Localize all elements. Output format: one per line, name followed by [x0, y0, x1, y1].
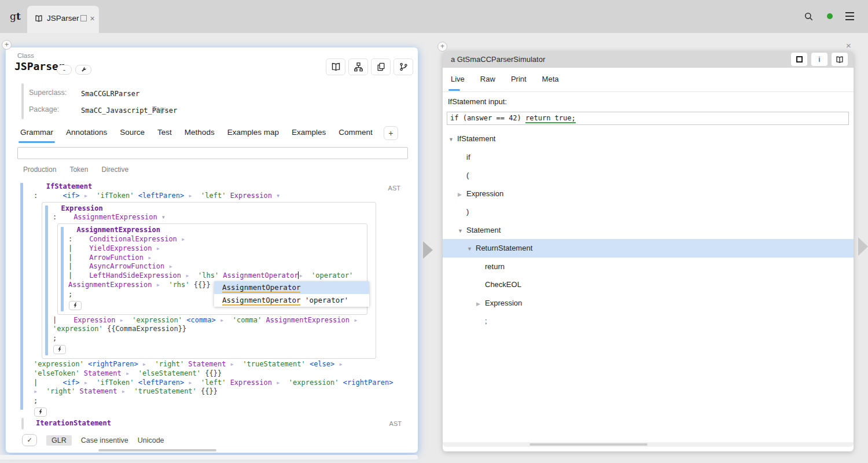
- right-panel-close-icon[interactable]: ×: [846, 41, 851, 50]
- grammar-option-case-insentive[interactable]: Case insentive: [81, 436, 128, 444]
- hamburger-menu-icon[interactable]: [845, 12, 854, 20]
- copy-button[interactable]: [371, 58, 391, 75]
- grammar-filter-input[interactable]: [17, 147, 408, 159]
- browse-button[interactable]: [326, 58, 345, 75]
- grammar-code-line[interactable]: | LeftHandSideExpression ▸ 'lhs' Assignm…: [68, 271, 367, 281]
- grammar-code-line[interactable]: | AsyncArrowFunction ▸: [68, 262, 367, 271]
- grammar-code-line[interactable]: : ConditionalExpression ▸: [68, 235, 367, 244]
- superclass-value[interactable]: SmaCCGLRParser: [81, 90, 139, 98]
- right-panel-hscrollbar-track[interactable]: [443, 442, 854, 447]
- grammar-code-line[interactable]: 'expression' <rightParen> ▸ 'right' Stat…: [34, 360, 410, 369]
- filter-tab-directive[interactable]: Directive: [101, 166, 128, 174]
- simulator-tab-meta[interactable]: Meta: [542, 68, 559, 91]
- hierarchy-button[interactable]: [348, 58, 368, 75]
- tab-detach-icon[interactable]: [80, 15, 87, 21]
- simulator-tab-live[interactable]: Live: [451, 68, 465, 91]
- chevron-down-icon[interactable]: ▼: [458, 222, 466, 241]
- maximize-button[interactable]: [791, 53, 807, 66]
- left-panel-add-button[interactable]: +: [2, 40, 12, 50]
- grammar-code-line[interactable]: ▸ 'right' Statement ▸ 'trueStatement' {{…: [34, 387, 410, 396]
- metadata-bar: [21, 83, 24, 119]
- grammar-expression-head: Expression: AssignmentExpression ▾: [53, 204, 376, 223]
- snippet-bar[interactable]: [61, 227, 64, 311]
- snippet-bar[interactable]: [45, 205, 48, 355]
- grammar-code-line[interactable]: | Expression ▸ 'expression' <comma> ▸ 'c…: [53, 316, 376, 325]
- grammar-option-unicode[interactable]: Unicode: [138, 436, 164, 444]
- window-tab-jsparser[interactable]: JSParser ×: [27, 6, 99, 33]
- tree-row-returnstatement[interactable]: ▼ReturnStatement: [443, 239, 854, 258]
- collapsed-snippet-bar[interactable]: [21, 418, 24, 429]
- wrench-button[interactable]: [75, 65, 91, 75]
- branch-button[interactable]: [393, 58, 413, 75]
- tree-row-expression[interactable]: ▶Expression: [443, 185, 854, 203]
- run-snippet-button[interactable]: [34, 407, 47, 417]
- grammar-code-line[interactable]: 'expression' {{CommaExpression}}: [53, 325, 376, 334]
- tab-annotations[interactable]: Annotations: [60, 124, 113, 142]
- tree-row-[interactable]: ): [443, 203, 854, 221]
- grammar-code-line[interactable]: : <if> ▸ 'ifToken' <leftParen> ▸ 'left' …: [34, 192, 410, 201]
- chevron-down-icon[interactable]: ▼: [467, 240, 476, 259]
- tree-row-ifstatement[interactable]: ▼IfStatement: [443, 130, 854, 148]
- add-tab-button[interactable]: +: [384, 126, 398, 140]
- pager-hscrollbar[interactable]: [0, 455, 418, 460]
- simulator-tab-raw[interactable]: Raw: [480, 68, 495, 91]
- grammar-code-line[interactable]: ;: [34, 396, 410, 406]
- filter-tab-token[interactable]: Token: [69, 166, 88, 174]
- search-icon[interactable]: [804, 12, 814, 21]
- tabs-divider: [443, 91, 854, 92]
- tab-test[interactable]: Test: [151, 124, 178, 142]
- tree-row-checkeol[interactable]: CheckEOL: [443, 275, 854, 294]
- simulator-input-field[interactable]: if (answer == 42) return true;: [447, 112, 849, 125]
- ast-label: AST: [389, 420, 402, 427]
- tab-close-icon[interactable]: ×: [90, 14, 95, 23]
- chevron-right-icon[interactable]: ▶: [476, 295, 485, 314]
- browse-button[interactable]: [832, 53, 848, 66]
- iteration-statement-production[interactable]: IterationStatement: [36, 419, 111, 427]
- run-snippet-button[interactable]: [53, 345, 66, 354]
- tab-methods[interactable]: Methods: [178, 124, 221, 142]
- grammar-option-glr[interactable]: GLR: [46, 435, 72, 446]
- top-bar: gt JSParser ×: [0, 0, 868, 33]
- tab-examples-map[interactable]: Examples map: [221, 124, 285, 142]
- tab-source[interactable]: Source: [113, 124, 151, 142]
- filter-tab-production[interactable]: Production: [23, 166, 56, 174]
- tree-row-[interactable]: ;: [443, 312, 854, 330]
- tree-row-statement[interactable]: ▼Statement: [443, 221, 854, 240]
- inspect-button[interactable]: i: [811, 53, 827, 66]
- right-panel-add-button[interactable]: +: [437, 42, 447, 52]
- completion-item[interactable]: AssignmentOperator 'operator': [214, 294, 369, 307]
- pager-edge-arrow-icon[interactable]: [858, 237, 868, 256]
- grammar-check-button[interactable]: ✓: [22, 434, 37, 446]
- grammar-code-line[interactable]: AssignmentExpression: [68, 226, 367, 235]
- tab-examples[interactable]: Examples: [285, 124, 332, 142]
- tree-row-[interactable]: (: [443, 166, 854, 185]
- tree-row-expression[interactable]: ▶Expression: [443, 294, 854, 313]
- tree-node-label: (: [466, 171, 469, 179]
- grammar-code-line[interactable]: Expression: [53, 204, 376, 214]
- collapse-button[interactable]: -: [57, 65, 72, 75]
- tree-node-label: Expression: [485, 299, 522, 307]
- chevron-down-icon[interactable]: ▼: [448, 131, 457, 149]
- run-snippet-button[interactable]: [69, 301, 82, 310]
- gt-logo[interactable]: gt: [10, 0, 21, 33]
- grammar-code-line[interactable]: | ArrowFunction ▸: [68, 253, 367, 263]
- chevron-right-icon[interactable]: ▶: [458, 186, 466, 204]
- grammar-code-line[interactable]: 'elseToken' Statement ▸ 'elseStatement' …: [34, 369, 410, 379]
- tree-row-if[interactable]: if: [443, 148, 854, 167]
- grammar-code-line[interactable]: | <if> ▸ 'ifToken' <leftParen> ▸ 'left' …: [34, 379, 410, 388]
- book-icon: [835, 56, 844, 64]
- simulator-tab-print[interactable]: Print: [511, 68, 527, 91]
- grammar-code-line[interactable]: IfStatement: [34, 182, 410, 192]
- left-panel-hscrollbar-thumb[interactable]: [98, 449, 216, 451]
- grammar-code-line[interactable]: | YieldExpression ▸: [68, 244, 367, 253]
- tab-grammar[interactable]: Grammar: [14, 124, 60, 142]
- tree-row-return[interactable]: return: [443, 258, 854, 276]
- pager-next-arrow-icon[interactable]: [423, 241, 433, 259]
- grammar-code-line[interactable]: : AssignmentExpression ▾: [53, 213, 376, 222]
- snippet-bar[interactable]: [20, 183, 23, 410]
- parser-simulator-panel: a GtSmaCCParserSimulator i LiveRawPrintM…: [443, 51, 854, 451]
- grammar-code-line[interactable]: ;: [53, 334, 376, 343]
- completion-item[interactable]: AssignmentOperator: [214, 281, 369, 294]
- right-panel-hscrollbar-thumb[interactable]: [529, 443, 648, 446]
- tab-comment[interactable]: Comment: [332, 124, 379, 142]
